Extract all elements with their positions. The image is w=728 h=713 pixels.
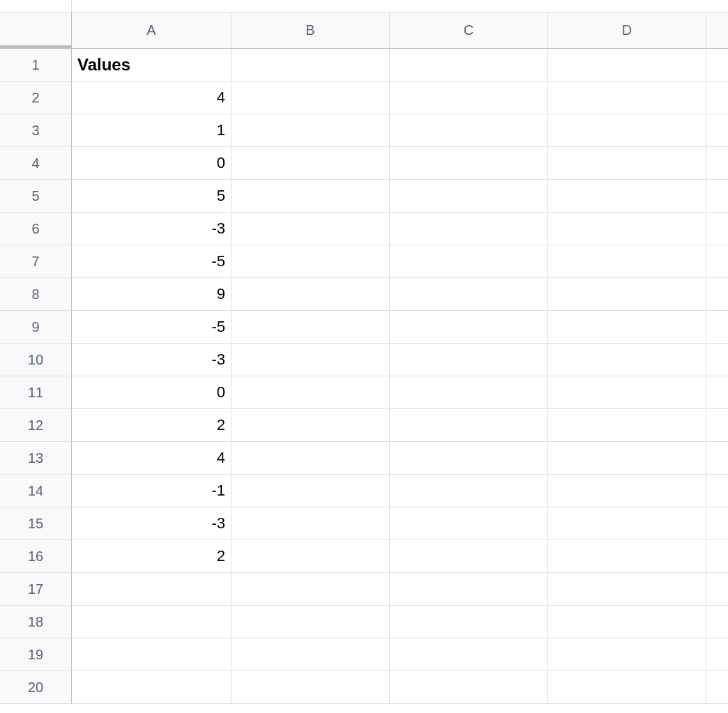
cell-b3[interactable] — [232, 114, 390, 147]
row-header-6[interactable]: 6 — [0, 213, 72, 245]
cell-d5[interactable] — [548, 180, 706, 213]
cell-c6[interactable] — [390, 213, 548, 245]
cell-c5[interactable] — [390, 180, 548, 213]
cell-e10[interactable] — [706, 344, 728, 376]
cell-a13[interactable]: 4 — [72, 442, 232, 475]
row-header-5[interactable]: 5 — [0, 180, 72, 213]
cell-b4[interactable] — [232, 147, 390, 180]
cell-b1[interactable] — [232, 49, 390, 82]
row-header-19[interactable]: 19 — [0, 638, 72, 671]
cell-d19[interactable] — [548, 638, 706, 671]
cell-b8[interactable] — [232, 278, 390, 311]
row-header-10[interactable]: 10 — [0, 344, 72, 376]
cell-b6[interactable] — [232, 213, 390, 245]
row-header-20[interactable]: 20 — [0, 671, 72, 704]
cell-b12[interactable] — [232, 409, 390, 442]
cell-e6[interactable] — [706, 213, 728, 245]
cell-a8[interactable]: 9 — [72, 278, 232, 311]
cell-d15[interactable] — [548, 507, 706, 540]
cell-c1[interactable] — [390, 49, 548, 82]
row-header-1[interactable]: 1 — [0, 49, 72, 82]
cell-a11[interactable]: 0 — [72, 376, 232, 409]
cell-e13[interactable] — [706, 442, 728, 475]
cell-e2[interactable] — [706, 82, 728, 114]
cell-d1[interactable] — [548, 49, 706, 82]
cell-a16[interactable]: 2 — [72, 540, 232, 573]
cell-b16[interactable] — [232, 540, 390, 573]
select-all-corner[interactable] — [0, 13, 72, 49]
cell-b9[interactable] — [232, 311, 390, 344]
cell-b2[interactable] — [232, 82, 390, 114]
row-header-7[interactable]: 7 — [0, 245, 72, 278]
cell-d17[interactable] — [548, 573, 706, 606]
cell-e15[interactable] — [706, 507, 728, 540]
row-header-3[interactable]: 3 — [0, 114, 72, 147]
col-header-a[interactable]: A — [72, 13, 232, 49]
cell-e5[interactable] — [706, 180, 728, 213]
cell-b10[interactable] — [232, 344, 390, 376]
cell-d7[interactable] — [548, 245, 706, 278]
cell-b17[interactable] — [232, 573, 390, 606]
cell-a2[interactable]: 4 — [72, 82, 232, 114]
cell-d6[interactable] — [548, 213, 706, 245]
cell-c12[interactable] — [390, 409, 548, 442]
cell-c2[interactable] — [390, 82, 548, 114]
cell-e12[interactable] — [706, 409, 728, 442]
row-header-18[interactable]: 18 — [0, 606, 72, 638]
cell-b19[interactable] — [232, 638, 390, 671]
cell-b7[interactable] — [232, 245, 390, 278]
cell-c3[interactable] — [390, 114, 548, 147]
row-header-9[interactable]: 9 — [0, 311, 72, 344]
cell-e9[interactable] — [706, 311, 728, 344]
row-header-15[interactable]: 15 — [0, 507, 72, 540]
cell-a7[interactable]: -5 — [72, 245, 232, 278]
col-header-b[interactable]: B — [232, 13, 390, 49]
cell-c4[interactable] — [390, 147, 548, 180]
cell-d8[interactable] — [548, 278, 706, 311]
cell-e4[interactable] — [706, 147, 728, 180]
row-header-17[interactable]: 17 — [0, 573, 72, 606]
cell-e11[interactable] — [706, 376, 728, 409]
cell-c15[interactable] — [390, 507, 548, 540]
cell-d3[interactable] — [548, 114, 706, 147]
cell-a19[interactable] — [72, 638, 232, 671]
cell-b5[interactable] — [232, 180, 390, 213]
cell-a20[interactable] — [72, 671, 232, 704]
cell-a18[interactable] — [72, 606, 232, 638]
cell-b11[interactable] — [232, 376, 390, 409]
cell-d20[interactable] — [548, 671, 706, 704]
cell-d12[interactable] — [548, 409, 706, 442]
cell-c13[interactable] — [390, 442, 548, 475]
cell-b15[interactable] — [232, 507, 390, 540]
cell-d11[interactable] — [548, 376, 706, 409]
row-header-16[interactable]: 16 — [0, 540, 72, 573]
col-header-d[interactable]: D — [548, 13, 706, 49]
col-header-c[interactable]: C — [390, 13, 548, 49]
cell-e1[interactable] — [706, 49, 728, 82]
cell-a3[interactable]: 1 — [72, 114, 232, 147]
cell-e7[interactable] — [706, 245, 728, 278]
cell-b20[interactable] — [232, 671, 390, 704]
cell-c14[interactable] — [390, 475, 548, 507]
cell-d2[interactable] — [548, 82, 706, 114]
row-header-8[interactable]: 8 — [0, 278, 72, 311]
cell-a12[interactable]: 2 — [72, 409, 232, 442]
row-header-2[interactable]: 2 — [0, 82, 72, 114]
cell-d18[interactable] — [548, 606, 706, 638]
row-header-4[interactable]: 4 — [0, 147, 72, 180]
cell-e19[interactable] — [706, 638, 728, 671]
cell-b14[interactable] — [232, 475, 390, 507]
cell-c9[interactable] — [390, 311, 548, 344]
cell-e8[interactable] — [706, 278, 728, 311]
cell-d14[interactable] — [548, 475, 706, 507]
cell-a15[interactable]: -3 — [72, 507, 232, 540]
cell-e18[interactable] — [706, 606, 728, 638]
cell-a6[interactable]: -3 — [72, 213, 232, 245]
cell-a17[interactable] — [72, 573, 232, 606]
cell-a9[interactable]: -5 — [72, 311, 232, 344]
cell-c10[interactable] — [390, 344, 548, 376]
row-header-14[interactable]: 14 — [0, 475, 72, 507]
cell-d9[interactable] — [548, 311, 706, 344]
cell-c7[interactable] — [390, 245, 548, 278]
cell-a5[interactable]: 5 — [72, 180, 232, 213]
